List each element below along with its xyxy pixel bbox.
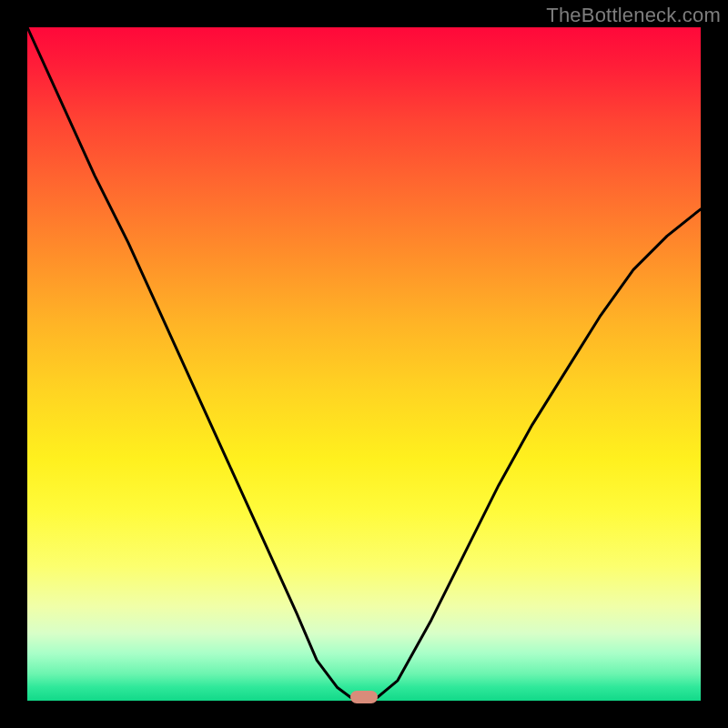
bottleneck-curve <box>27 27 701 701</box>
chart-frame: TheBottleneck.com <box>0 0 728 728</box>
plot-area <box>27 27 701 701</box>
watermark-text: TheBottleneck.com <box>546 4 721 27</box>
curve-svg <box>27 27 701 701</box>
optimal-marker <box>350 691 378 703</box>
